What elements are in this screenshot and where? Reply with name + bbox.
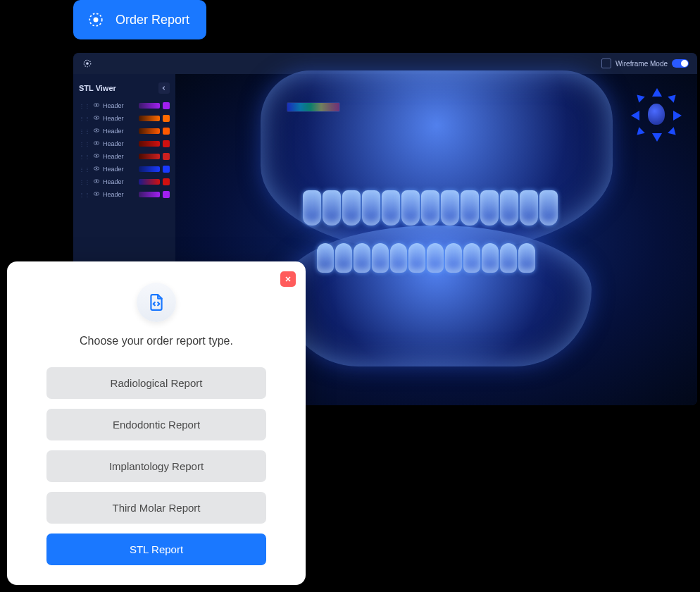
color-swatch[interactable]	[163, 140, 170, 147]
visibility-eye-icon[interactable]	[93, 152, 100, 161]
svg-point-17	[96, 180, 97, 182]
visibility-eye-icon[interactable]	[93, 190, 100, 199]
document-icon	[137, 283, 176, 322]
order-report-modal: Choose your order report type. Radiologi…	[7, 261, 306, 585]
layer-name: Header	[103, 178, 136, 185]
layer-row[interactable]: ⋮⋮ Header	[77, 150, 171, 163]
layer-name: Header	[103, 115, 136, 122]
layer-row[interactable]: ⋮⋮ Header	[77, 188, 171, 201]
report-type-option[interactable]: STL Report	[46, 534, 266, 565]
opacity-slider[interactable]	[139, 179, 160, 185]
sidebar-title-row: STL Viwer	[77, 80, 171, 99]
gizmo-arrow-up-right[interactable]	[668, 92, 679, 103]
sidebar-title: STL Viwer	[79, 84, 116, 92]
gizmo-arrow-down[interactable]	[652, 133, 662, 142]
toggle-switch[interactable]	[672, 59, 689, 68]
layer-name: Header	[103, 153, 136, 160]
opacity-slider[interactable]	[139, 192, 160, 197]
svg-point-15	[96, 168, 97, 169]
report-type-option[interactable]: Endodontic Report	[46, 409, 266, 440]
visibility-eye-icon[interactable]	[93, 127, 100, 135]
gizmo-head-icon	[648, 104, 665, 125]
orientation-gizmo[interactable]	[628, 87, 685, 143]
layer-row[interactable]: ⋮⋮ Header	[77, 125, 171, 137]
gizmo-arrow-up-left[interactable]	[634, 92, 645, 103]
visibility-eye-icon[interactable]	[93, 114, 100, 123]
report-type-option[interactable]: Implantology Report	[46, 450, 266, 482]
layer-row[interactable]: ⋮⋮ Header	[77, 99, 171, 112]
layer-row[interactable]: ⋮⋮ Header	[77, 163, 171, 175]
gizmo-arrow-up[interactable]	[652, 88, 662, 97]
color-swatch[interactable]	[163, 128, 170, 135]
visibility-eye-icon[interactable]	[93, 101, 100, 110]
modal-prompt: Choose your order report type.	[46, 335, 266, 347]
layer-name: Header	[103, 166, 136, 173]
layer-name: Header	[103, 128, 136, 135]
drag-handle-icon[interactable]: ⋮⋮	[79, 179, 90, 185]
modal-close-button[interactable]	[280, 271, 296, 287]
drag-handle-icon[interactable]: ⋮⋮	[79, 103, 90, 109]
drag-handle-icon[interactable]: ⋮⋮	[79, 141, 90, 147]
report-type-option[interactable]: Third Molar Report	[46, 492, 266, 524]
color-swatch[interactable]	[163, 115, 170, 122]
visibility-eye-icon[interactable]	[93, 178, 100, 186]
wireframe-mode-label: Wireframe Mode	[615, 60, 668, 68]
opacity-slider[interactable]	[139, 154, 160, 159]
svg-point-3	[86, 62, 89, 65]
drag-handle-icon[interactable]: ⋮⋮	[79, 116, 90, 122]
layer-row[interactable]: ⋮⋮ Header	[77, 112, 171, 125]
gizmo-arrow-left[interactable]	[631, 111, 639, 121]
drag-handle-icon[interactable]: ⋮⋮	[79, 192, 90, 198]
layer-row[interactable]: ⋮⋮ Header	[77, 175, 171, 188]
color-swatch[interactable]	[163, 191, 170, 198]
svg-point-7	[96, 117, 97, 118]
drag-handle-icon[interactable]: ⋮⋮	[79, 166, 90, 173]
color-swatch[interactable]	[163, 178, 170, 185]
gizmo-arrow-down-right[interactable]	[668, 127, 679, 138]
app-logo-icon	[82, 58, 93, 69]
opacity-slider[interactable]	[139, 128, 160, 134]
opacity-slider[interactable]	[139, 166, 160, 172]
color-swatch[interactable]	[163, 102, 170, 109]
color-swatch[interactable]	[163, 166, 170, 173]
layer-name: Header	[103, 140, 136, 147]
svg-point-11	[96, 142, 97, 144]
opacity-slider[interactable]	[139, 103, 160, 109]
visibility-eye-icon[interactable]	[93, 140, 100, 148]
wireframe-mode-toggle[interactable]: Wireframe Mode	[601, 58, 689, 68]
opacity-slider[interactable]	[139, 116, 160, 121]
layer-row[interactable]: ⋮⋮ Header	[77, 137, 171, 150]
drag-handle-icon[interactable]: ⋮⋮	[79, 128, 90, 135]
layer-name: Header	[103, 191, 136, 198]
opacity-slider[interactable]	[139, 141, 160, 147]
order-report-label: Order Report	[115, 13, 189, 27]
svg-point-5	[96, 104, 97, 106]
layer-name: Header	[103, 102, 136, 109]
order-report-button[interactable]: Order Report	[73, 0, 206, 39]
visibility-eye-icon[interactable]	[93, 165, 100, 173]
sidebar-collapse-button[interactable]	[158, 82, 170, 94]
gizmo-arrow-down-left[interactable]	[634, 127, 645, 138]
svg-point-1	[94, 18, 99, 23]
color-swatch[interactable]	[163, 153, 170, 160]
svg-point-19	[96, 193, 97, 195]
wireframe-icon	[601, 58, 611, 68]
brand-logo-icon	[86, 10, 106, 30]
gizmo-arrow-right[interactable]	[673, 111, 682, 121]
svg-point-13	[96, 155, 97, 156]
svg-point-9	[96, 130, 97, 131]
report-type-option[interactable]: Radiological Report	[46, 367, 266, 399]
drag-handle-icon[interactable]: ⋮⋮	[79, 154, 90, 160]
